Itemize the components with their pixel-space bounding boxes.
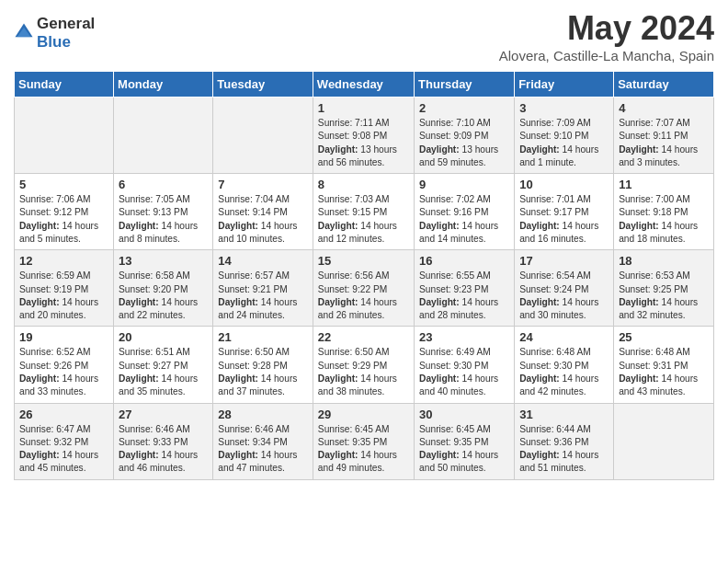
day-info: Sunrise: 7:04 AMSunset: 9:14 PMDaylight:… (218, 193, 308, 246)
calendar-cell: 27Sunrise: 6:46 AMSunset: 9:33 PMDayligh… (114, 403, 213, 479)
day-number: 28 (218, 408, 308, 421)
header-wednesday: Wednesday (313, 72, 414, 98)
calendar-cell: 31Sunrise: 6:44 AMSunset: 9:36 PMDayligh… (515, 403, 614, 479)
day-info: Sunrise: 6:46 AMSunset: 9:34 PMDaylight:… (218, 423, 308, 476)
calendar-week-row: 26Sunrise: 6:47 AMSunset: 9:32 PMDayligh… (15, 403, 714, 479)
day-number: 16 (419, 254, 509, 268)
day-number: 4 (619, 101, 709, 115)
day-number: 8 (318, 178, 409, 191)
day-info: Sunrise: 6:45 AMSunset: 9:35 PMDaylight:… (419, 423, 509, 476)
day-info: Sunrise: 6:59 AMSunset: 9:19 PMDaylight:… (19, 270, 108, 322)
page-header: General Blue May 2024 Alovera, Castille-… (14, 9, 714, 63)
month-title: May 2024 (499, 9, 714, 48)
day-number: 10 (519, 178, 609, 191)
logo-icon (14, 22, 34, 42)
day-number: 7 (218, 178, 308, 191)
day-number: 14 (218, 254, 308, 268)
calendar-header-row: SundayMondayTuesdayWednesdayThursdayFrid… (15, 72, 714, 98)
calendar-cell (15, 98, 114, 174)
day-info: Sunrise: 6:45 AMSunset: 9:35 PMDaylight:… (318, 423, 409, 476)
day-info: Sunrise: 6:56 AMSunset: 9:22 PMDaylight:… (318, 270, 409, 322)
calendar-week-row: 12Sunrise: 6:59 AMSunset: 9:19 PMDayligh… (15, 250, 714, 327)
calendar-cell: 2Sunrise: 7:10 AMSunset: 9:09 PMDaylight… (415, 98, 515, 174)
location-title: Alovera, Castille-La Mancha, Spain (499, 48, 714, 63)
day-info: Sunrise: 7:09 AMSunset: 9:10 PMDaylight:… (519, 117, 609, 169)
calendar-week-row: 1Sunrise: 7:11 AMSunset: 9:08 PMDaylight… (15, 98, 714, 174)
day-number: 26 (19, 408, 108, 421)
calendar-cell (114, 98, 213, 174)
day-number: 24 (519, 330, 609, 344)
calendar-cell: 20Sunrise: 6:51 AMSunset: 9:27 PMDayligh… (114, 327, 213, 403)
calendar-cell: 28Sunrise: 6:46 AMSunset: 9:34 PMDayligh… (213, 403, 313, 479)
calendar-cell: 5Sunrise: 7:06 AMSunset: 9:12 PMDaylight… (15, 174, 114, 250)
calendar-cell: 23Sunrise: 6:49 AMSunset: 9:30 PMDayligh… (415, 327, 515, 403)
day-number: 20 (119, 330, 208, 344)
calendar-cell: 9Sunrise: 7:02 AMSunset: 9:16 PMDaylight… (415, 174, 515, 250)
day-info: Sunrise: 7:00 AMSunset: 9:18 PMDaylight:… (619, 193, 709, 246)
calendar-cell: 4Sunrise: 7:07 AMSunset: 9:11 PMDaylight… (614, 98, 714, 174)
day-number: 18 (619, 254, 709, 268)
day-info: Sunrise: 6:48 AMSunset: 9:30 PMDaylight:… (519, 346, 609, 398)
title-block: May 2024 Alovera, Castille-La Mancha, Sp… (499, 9, 714, 63)
calendar-cell: 13Sunrise: 6:58 AMSunset: 9:20 PMDayligh… (114, 250, 213, 327)
day-info: Sunrise: 6:49 AMSunset: 9:30 PMDaylight:… (419, 346, 509, 398)
header-saturday: Saturday (614, 72, 714, 98)
calendar-cell (614, 403, 714, 479)
day-info: Sunrise: 6:44 AMSunset: 9:36 PMDaylight:… (519, 423, 609, 476)
header-tuesday: Tuesday (213, 72, 313, 98)
logo: General Blue (14, 15, 95, 51)
day-number: 25 (619, 330, 709, 344)
calendar-cell: 14Sunrise: 6:57 AMSunset: 9:21 PMDayligh… (213, 250, 313, 327)
calendar-cell: 12Sunrise: 6:59 AMSunset: 9:19 PMDayligh… (15, 250, 114, 327)
day-number: 2 (419, 101, 509, 115)
day-number: 31 (519, 408, 609, 421)
header-monday: Monday (114, 72, 213, 98)
calendar-cell: 17Sunrise: 6:54 AMSunset: 9:24 PMDayligh… (515, 250, 614, 327)
day-info: Sunrise: 6:53 AMSunset: 9:25 PMDaylight:… (619, 270, 709, 322)
calendar-cell: 18Sunrise: 6:53 AMSunset: 9:25 PMDayligh… (614, 250, 714, 327)
calendar-cell: 16Sunrise: 6:55 AMSunset: 9:23 PMDayligh… (415, 250, 515, 327)
calendar-body: 1Sunrise: 7:11 AMSunset: 9:08 PMDaylight… (15, 98, 714, 480)
day-number: 19 (19, 330, 108, 344)
day-number: 9 (419, 178, 509, 191)
calendar-cell: 6Sunrise: 7:05 AMSunset: 9:13 PMDaylight… (114, 174, 213, 250)
header-thursday: Thursday (415, 72, 515, 98)
day-number: 17 (519, 254, 609, 268)
calendar-cell: 7Sunrise: 7:04 AMSunset: 9:14 PMDaylight… (213, 174, 313, 250)
calendar-cell: 1Sunrise: 7:11 AMSunset: 9:08 PMDaylight… (313, 98, 414, 174)
day-number: 13 (119, 254, 208, 268)
calendar-cell: 30Sunrise: 6:45 AMSunset: 9:35 PMDayligh… (415, 403, 515, 479)
day-info: Sunrise: 6:52 AMSunset: 9:26 PMDaylight:… (19, 346, 108, 398)
calendar-cell (213, 98, 313, 174)
day-number: 1 (318, 101, 409, 115)
day-number: 3 (519, 101, 609, 115)
day-number: 21 (218, 330, 308, 344)
day-info: Sunrise: 7:03 AMSunset: 9:15 PMDaylight:… (318, 193, 409, 246)
day-info: Sunrise: 7:02 AMSunset: 9:16 PMDaylight:… (419, 193, 509, 246)
day-number: 5 (19, 178, 108, 191)
logo-general: General (37, 15, 95, 33)
day-number: 12 (19, 254, 108, 268)
logo-text: General Blue (37, 15, 95, 51)
calendar-cell: 26Sunrise: 6:47 AMSunset: 9:32 PMDayligh… (15, 403, 114, 479)
day-info: Sunrise: 6:50 AMSunset: 9:28 PMDaylight:… (218, 346, 308, 398)
day-info: Sunrise: 6:57 AMSunset: 9:21 PMDaylight:… (218, 270, 308, 322)
day-number: 27 (119, 408, 208, 421)
day-info: Sunrise: 7:05 AMSunset: 9:13 PMDaylight:… (119, 193, 208, 246)
day-info: Sunrise: 7:01 AMSunset: 9:17 PMDaylight:… (519, 193, 609, 246)
day-info: Sunrise: 6:54 AMSunset: 9:24 PMDaylight:… (519, 270, 609, 322)
day-info: Sunrise: 6:46 AMSunset: 9:33 PMDaylight:… (119, 423, 208, 476)
calendar-cell: 8Sunrise: 7:03 AMSunset: 9:15 PMDaylight… (313, 174, 414, 250)
day-number: 15 (318, 254, 409, 268)
day-number: 23 (419, 330, 509, 344)
calendar-cell: 22Sunrise: 6:50 AMSunset: 9:29 PMDayligh… (313, 327, 414, 403)
day-info: Sunrise: 6:55 AMSunset: 9:23 PMDaylight:… (419, 270, 509, 322)
calendar-week-row: 19Sunrise: 6:52 AMSunset: 9:26 PMDayligh… (15, 327, 714, 403)
day-info: Sunrise: 6:47 AMSunset: 9:32 PMDaylight:… (19, 423, 108, 476)
calendar-cell: 29Sunrise: 6:45 AMSunset: 9:35 PMDayligh… (313, 403, 414, 479)
day-info: Sunrise: 6:50 AMSunset: 9:29 PMDaylight:… (318, 346, 409, 398)
day-info: Sunrise: 7:11 AMSunset: 9:08 PMDaylight:… (318, 117, 409, 169)
calendar-cell: 3Sunrise: 7:09 AMSunset: 9:10 PMDaylight… (515, 98, 614, 174)
calendar-cell: 11Sunrise: 7:00 AMSunset: 9:18 PMDayligh… (614, 174, 714, 250)
day-number: 29 (318, 408, 409, 421)
